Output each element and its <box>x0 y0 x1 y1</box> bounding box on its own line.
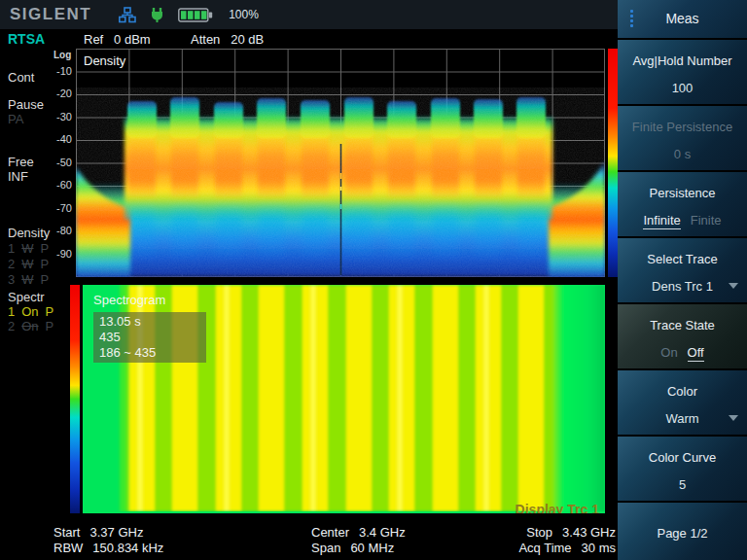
freq-start-group: Start3.37 GHz RBW150.834 kHz <box>53 525 163 556</box>
finite-persistence-button[interactable]: Finite Persistence 0 s <box>618 104 747 170</box>
stop-label: Stop <box>526 525 552 540</box>
trace-state-button[interactable]: Trace State On Off <box>618 302 747 368</box>
marker-time: 13.05 s <box>99 314 200 330</box>
brand-logo: SIGLENT <box>10 5 91 24</box>
dropdown-arrow-icon[interactable] <box>729 283 738 289</box>
dropdown-arrow-icon[interactable] <box>729 415 738 421</box>
persistence-option-infinite[interactable]: Infinite <box>643 213 680 229</box>
ref-value: 0 dBm <box>114 32 151 47</box>
span-label: Span <box>311 541 340 555</box>
top-status-bar: SIGLENT 100% <box>0 0 618 29</box>
atten-setting[interactable]: Atten 20 dB <box>191 32 264 47</box>
density-plot-title: Density <box>84 53 125 68</box>
ref-level[interactable]: Ref 0 dBm <box>84 32 151 47</box>
axis-tick: -60 <box>39 179 72 191</box>
center-value: 3.4 GHz <box>359 525 406 540</box>
freq-center-group: Center3.4 GHz Span60 MHz <box>311 525 406 556</box>
spectr-trace-1[interactable]: 1 On P <box>8 304 53 319</box>
start-value: 3.37 GHz <box>89 525 143 540</box>
persistence-button[interactable]: Persistence Infinite Finite <box>618 170 747 236</box>
color-button[interactable]: Color Warm <box>618 368 747 435</box>
sidebar-item-pa: PA <box>8 112 23 126</box>
trace-state-option-off[interactable]: Off <box>688 345 704 362</box>
sidebar-item-inf[interactable]: INF <box>8 169 28 184</box>
lan-icon <box>119 7 136 23</box>
span-value: 60 MHz <box>350 541 394 555</box>
spectrogram-plot[interactable]: Spectrogram 13.05 s 435 186 ~ 435 Displa… <box>83 285 605 513</box>
ref-label: Ref <box>84 32 103 47</box>
axis-tick: -80 <box>39 225 72 236</box>
atten-value: 20 dB <box>231 32 264 47</box>
density-plot-canvas <box>76 49 605 277</box>
select-trace-button[interactable]: Select Trace Dens Trc 1 <box>618 236 747 302</box>
acq-time-value: 30 ms <box>582 541 616 555</box>
density-plot[interactable]: Density <box>76 49 605 277</box>
atten-label: Atten <box>191 32 220 47</box>
axis-tick: -50 <box>39 157 72 168</box>
rbw-label: RBW <box>53 541 83 555</box>
axis-tick: -90 <box>39 248 72 260</box>
rbw-value: 150.834 kHz <box>92 541 163 555</box>
density-trace-3[interactable]: 3 W P <box>8 272 49 287</box>
trace-state-option-on[interactable]: On <box>660 345 677 362</box>
start-label: Start <box>53 525 80 540</box>
stop-value: 3.43 GHz <box>562 525 616 540</box>
battery-icon <box>178 8 213 22</box>
sidebar-item-cont[interactable]: Cont <box>8 70 34 85</box>
density-color-scale <box>608 49 618 277</box>
softkey-menu: Meas Avg|Hold Number 100 Finite Persiste… <box>618 0 747 560</box>
axis-tick: -30 <box>39 111 72 122</box>
axis-tick: -10 <box>39 65 72 77</box>
menu-title-bar[interactable]: Meas <box>618 0 747 38</box>
axis-tick: -40 <box>39 133 72 145</box>
mode-label: RTSA <box>8 31 45 47</box>
spectrogram-color-scale <box>70 285 80 513</box>
spectr-trace-2[interactable]: 2 On P <box>8 319 53 333</box>
sidebar-item-pause[interactable]: Pause <box>8 97 44 112</box>
sidebar-item-free[interactable]: Free <box>8 155 34 169</box>
spectrogram-marker-readout: 13.05 s 435 186 ~ 435 <box>93 312 206 363</box>
menu-title: Meas <box>618 11 747 26</box>
menu-dots-icon[interactable] <box>630 10 633 27</box>
color-curve-button[interactable]: Color Curve 5 <box>618 435 747 501</box>
freq-stop-group: Stop3.43 GHz Acq Time30 ms <box>518 525 618 556</box>
axis-scale-label: Log <box>53 50 71 60</box>
axis-tick: -20 <box>39 88 72 99</box>
marker-value: 435 <box>99 330 200 345</box>
battery-percent: 100% <box>229 8 259 21</box>
analyzer-screen: SIGLENT 100% RTS <box>0 0 747 560</box>
page-button[interactable]: Page 1/2 <box>618 501 747 560</box>
power-plug-icon <box>150 7 164 23</box>
acq-time-label: Acq Time <box>518 541 571 555</box>
spectrogram-title: Spectrogram <box>93 293 165 307</box>
sidebar-item-spectr[interactable]: Spectr <box>8 290 45 304</box>
avg-hold-number-button[interactable]: Avg|Hold Number 100 <box>618 38 747 104</box>
marker-range: 186 ~ 435 <box>99 345 200 361</box>
center-label: Center <box>311 525 349 540</box>
persistence-option-finite[interactable]: Finite <box>691 213 722 229</box>
spectrogram-trace-label: Display Trc 1 <box>516 502 599 513</box>
axis-tick: -70 <box>39 202 72 214</box>
